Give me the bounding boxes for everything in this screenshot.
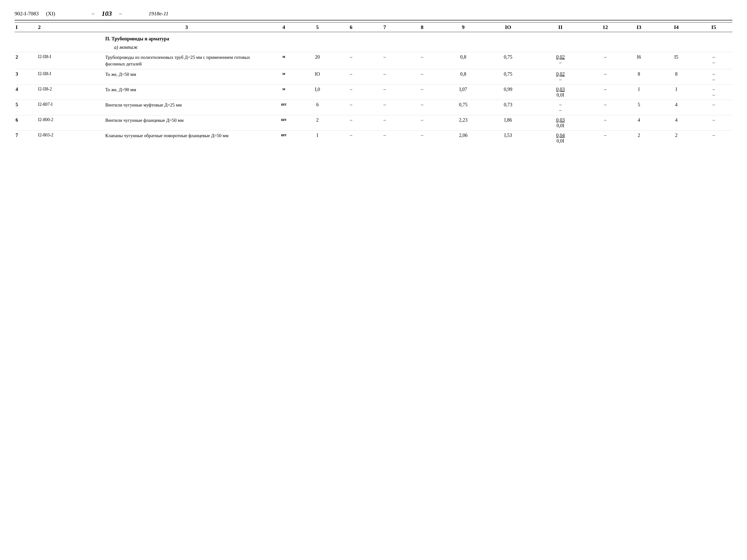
row-col8: –	[404, 115, 441, 131]
table-row: 6 I2-800-2 Вентили чугунные фланцевые Д=…	[15, 115, 732, 131]
row-unit: шт	[269, 131, 299, 146]
row-code: I2-803-2	[37, 131, 104, 146]
table-row: 4 I2-II8-2 То же, Д=90 мм м I,0 – – – I,…	[15, 85, 732, 100]
row-col10: 0,75	[486, 52, 531, 69]
row-unit: м	[269, 69, 299, 85]
row-col7: –	[366, 100, 404, 115]
row-col6: –	[336, 69, 366, 85]
row-description: То же, Д=90 мм	[104, 85, 269, 100]
col-header-4: 4	[269, 23, 299, 32]
col-header-12: 12	[590, 23, 620, 32]
row-col6: –	[336, 52, 366, 69]
row-col14: I	[658, 85, 695, 100]
row-col11: ––	[531, 100, 590, 115]
row-col14: 4	[658, 115, 695, 131]
col-header-8: 8	[404, 23, 441, 32]
row-col15: ––	[695, 69, 732, 85]
row-col5: 6	[299, 100, 336, 115]
row-col9: 0,8	[441, 69, 486, 85]
row-col6: –	[336, 131, 366, 146]
row-description: Вентили чугунные фланцевые Д=50 мм	[104, 115, 269, 131]
section-subtitle: а) монтаж	[104, 43, 732, 52]
row-col13: 8	[620, 69, 658, 85]
row-col8: –	[404, 52, 441, 69]
col-header-11: II	[531, 23, 590, 32]
row-col11: 0,030,0I	[531, 115, 590, 131]
row-col14: 8	[658, 69, 695, 85]
row-num: 4	[15, 85, 37, 100]
col-header-14: I4	[658, 23, 695, 32]
section-title: П. Трубопроводы и арматура	[104, 32, 732, 43]
section-num-empty	[15, 32, 37, 43]
row-col7: –	[366, 52, 404, 69]
section-sub-row: а) монтаж	[15, 43, 732, 52]
col-header-2: 2	[37, 23, 104, 32]
row-col7: –	[366, 131, 404, 146]
col15-stacked: ––	[696, 54, 731, 65]
row-col13: I	[620, 85, 658, 100]
row-col8: –	[404, 100, 441, 115]
col-header-5: 5	[299, 23, 336, 32]
row-col15: –	[695, 100, 732, 115]
col-header-13: I3	[620, 23, 658, 32]
row-col14: 4	[658, 100, 695, 115]
col11-stacked: 0,02–	[532, 71, 589, 82]
row-num: 2	[15, 52, 37, 69]
row-col11: 0,040,0I	[531, 131, 590, 146]
row-col15: –	[695, 131, 732, 146]
row-unit: шт	[269, 115, 299, 131]
row-col6: –	[336, 100, 366, 115]
row-col12: –	[590, 115, 620, 131]
row-col5: I	[299, 131, 336, 146]
dash2: –	[119, 10, 122, 17]
row-col12: –	[590, 100, 620, 115]
col-header-1: I	[15, 23, 37, 32]
row-col9: 0,8	[441, 52, 486, 69]
row-code: I2-II8-2	[37, 85, 104, 100]
col-header-7: 7	[366, 23, 404, 32]
header-code: 1918е-11	[149, 10, 169, 17]
row-col15: –	[695, 115, 732, 131]
row-unit: м	[269, 52, 299, 69]
row-col10: 0,99	[486, 85, 531, 100]
row-col13: I6	[620, 52, 658, 69]
col11-stacked: 0,030,0I	[532, 117, 589, 128]
row-description: То же, Д=50 мм	[104, 69, 269, 85]
section-header-row: П. Трубопроводы и арматура	[15, 32, 732, 43]
row-col12: –	[590, 131, 620, 146]
row-col7: –	[366, 115, 404, 131]
page-num: 103	[102, 10, 112, 18]
row-col10: I,53	[486, 131, 531, 146]
row-code: I2-800-2	[37, 115, 104, 131]
row-col9: 2,23	[441, 115, 486, 131]
row-col9: 2,06	[441, 131, 486, 146]
dash1: –	[92, 10, 95, 17]
row-col10: I,86	[486, 115, 531, 131]
row-col12: –	[590, 69, 620, 85]
table-row: 7 I2-803-2 Клапаны чугунные обратные пов…	[15, 131, 732, 146]
section-code-empty	[37, 32, 104, 43]
row-col8: –	[404, 85, 441, 100]
row-code: I2-II8-I	[37, 69, 104, 85]
header-spacer: – 103 – 1918е-11	[62, 10, 732, 18]
col-header-10: IO	[486, 23, 531, 32]
row-col5: 2	[299, 115, 336, 131]
row-col6: –	[336, 115, 366, 131]
row-code: I2-807-I	[37, 100, 104, 115]
row-col7: –	[366, 85, 404, 100]
col15-stacked: ––	[696, 86, 731, 98]
row-description: Трубопроводы из полиэтиленовых труб Д=25…	[104, 52, 269, 69]
row-col13: 4	[620, 115, 658, 131]
row-col14: I5	[658, 52, 695, 69]
row-col10: 0,73	[486, 100, 531, 115]
row-code: I2-II8-I	[37, 52, 104, 69]
row-col12: –	[590, 52, 620, 69]
col-header-9: 9	[441, 23, 486, 32]
table-row: 2 I2-II8-I Трубопроводы из полиэтиленовы…	[15, 52, 732, 69]
row-description: Клапаны чугунные обратные поворотные фла…	[104, 131, 269, 146]
row-col10: 0,75	[486, 69, 531, 85]
col-header-15: I5	[695, 23, 732, 32]
row-col12: –	[590, 85, 620, 100]
col11-stacked: 0,02–	[532, 54, 589, 65]
row-description: Вентили чугунные муфтовые Д=25 мм	[104, 100, 269, 115]
